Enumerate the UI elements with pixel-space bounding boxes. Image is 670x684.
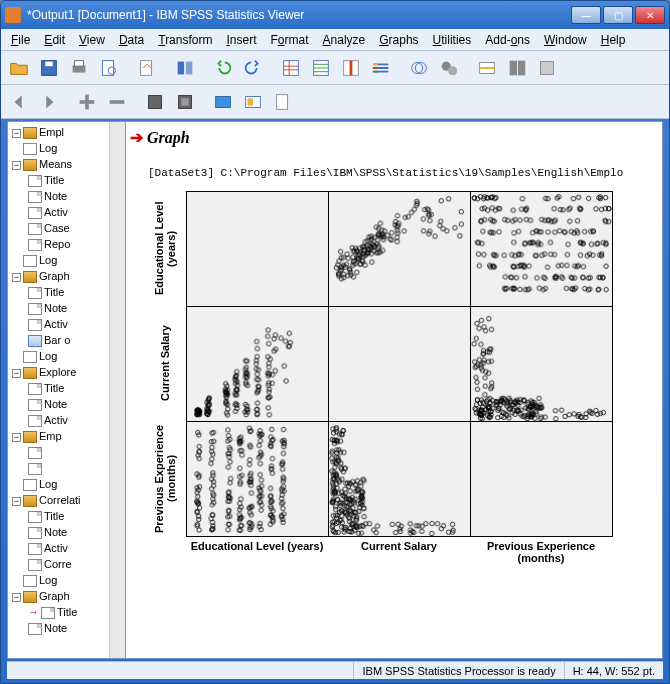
page-icon [28, 543, 42, 555]
expand-button[interactable] [171, 88, 199, 116]
menu-view[interactable]: View [73, 31, 111, 49]
tree-label: Explore [39, 366, 76, 378]
page-icon [28, 239, 42, 251]
cell-2-1 [328, 421, 471, 537]
status-processor: IBM SPSS Statistics Processor is ready [353, 662, 563, 679]
demote-button[interactable] [103, 88, 131, 116]
print-button[interactable] [65, 54, 93, 82]
menu-transform[interactable]: Transform [152, 31, 218, 49]
tree-label: Case [44, 222, 70, 234]
menu-format[interactable]: Format [265, 31, 315, 49]
dataset-path: [DataSet3] C:\Program Files\IBM\SPSS\Sta… [130, 167, 658, 179]
tree-label: Note [44, 398, 67, 410]
log-icon [23, 351, 37, 363]
tree-label: Bar o [44, 334, 70, 346]
menu-window[interactable]: Window [538, 31, 593, 49]
ylabel-2: Previous Experience (months) [144, 421, 186, 536]
tree-label: Repo [44, 238, 70, 250]
svg-rect-9 [284, 60, 299, 75]
tree-label: Correlati [39, 494, 81, 506]
svg-rect-29 [216, 96, 231, 107]
svg-rect-28 [181, 98, 188, 105]
recall-button[interactable] [171, 54, 199, 82]
page-icon [28, 207, 42, 219]
redo-button[interactable] [239, 54, 267, 82]
preview-button[interactable] [95, 54, 123, 82]
ylabel-0: Educational Level (years) [144, 191, 186, 306]
svg-rect-7 [178, 61, 184, 74]
tree-label: Log [39, 142, 57, 154]
variables-button[interactable] [337, 54, 365, 82]
tree-toggle-icon[interactable]: − [12, 433, 21, 442]
svg-rect-31 [248, 98, 254, 105]
designate-button[interactable] [533, 54, 561, 82]
menu-insert[interactable]: Insert [220, 31, 262, 49]
insert-button[interactable] [269, 88, 297, 116]
scatterplot-matrix[interactable]: Educational Level (years) Current Salary… [144, 191, 658, 584]
titlebar[interactable]: *Output1 [Document1] - IBM SPSS Statisti… [1, 1, 669, 29]
tree-toggle-icon[interactable]: − [12, 129, 21, 138]
tree-toggle-icon[interactable]: − [12, 593, 21, 602]
select-button[interactable] [367, 54, 395, 82]
tree-label: Means [39, 158, 72, 170]
venn-button[interactable] [405, 54, 433, 82]
page-icon [28, 511, 42, 523]
tree-label: Title [44, 510, 64, 522]
tree-toggle-icon[interactable]: − [12, 369, 21, 378]
weight-button[interactable] [435, 54, 463, 82]
tree-label: Log [39, 478, 57, 490]
menu-addons[interactable]: Add-ons [479, 31, 536, 49]
tree-label: Activ [44, 206, 68, 218]
svg-rect-3 [74, 60, 83, 65]
log-icon [23, 255, 37, 267]
show-button[interactable] [209, 88, 237, 116]
save-button[interactable] [35, 54, 63, 82]
page-icon [28, 559, 42, 571]
selection-arrow-icon: ➔ [130, 129, 143, 146]
goto-data-button[interactable] [277, 54, 305, 82]
minimize-button[interactable]: — [571, 6, 601, 24]
menu-utilities[interactable]: Utilities [427, 31, 478, 49]
viewer-pane[interactable]: ➔Graph [DataSet3] C:\Program Files\IBM\S… [126, 122, 662, 658]
goto-case-button[interactable] [307, 54, 335, 82]
value-labels-button[interactable] [473, 54, 501, 82]
tree-label: Note [44, 526, 67, 538]
svg-rect-6 [141, 60, 152, 75]
tree-label: Empl [39, 126, 64, 138]
tree-toggle-icon[interactable]: − [12, 273, 21, 282]
split-button[interactable] [503, 54, 531, 82]
promote-button[interactable] [73, 88, 101, 116]
status-empty [7, 662, 353, 679]
menu-graphs[interactable]: Graphs [373, 31, 424, 49]
toolbar-main [1, 51, 669, 85]
tree-toggle-icon[interactable]: − [12, 497, 21, 506]
menu-edit[interactable]: Edit [38, 31, 71, 49]
chart-icon [28, 335, 42, 347]
svg-rect-20 [510, 60, 517, 75]
xlabel-1: Current Salary [328, 536, 470, 584]
open-button[interactable] [5, 54, 33, 82]
tree-label: Emp [39, 430, 62, 442]
menu-help[interactable]: Help [595, 31, 632, 49]
tree-label: Log [39, 574, 57, 586]
close-button[interactable]: ✕ [635, 6, 665, 24]
svg-rect-22 [541, 61, 554, 74]
tree-toggle-icon[interactable]: − [12, 161, 21, 170]
page-icon [28, 463, 42, 475]
menu-file[interactable]: File [5, 31, 36, 49]
collapse-button[interactable] [141, 88, 169, 116]
undo-button[interactable] [209, 54, 237, 82]
tree-label: Activ [44, 318, 68, 330]
page-icon [28, 191, 42, 203]
log-icon [23, 479, 37, 491]
menu-data[interactable]: Data [113, 31, 150, 49]
hide-button[interactable] [239, 88, 267, 116]
export-button[interactable] [133, 54, 161, 82]
nav-forward-button[interactable] [35, 88, 63, 116]
outline-scrollbar-v[interactable] [109, 122, 125, 658]
menu-analyze[interactable]: Analyze [317, 31, 372, 49]
cell-0-1 [328, 191, 471, 307]
maximize-button[interactable]: ▢ [603, 6, 633, 24]
outline-pane[interactable]: −EmplLog−MeansTitleNoteActivCaseRepoLog−… [8, 122, 126, 658]
nav-back-button[interactable] [5, 88, 33, 116]
